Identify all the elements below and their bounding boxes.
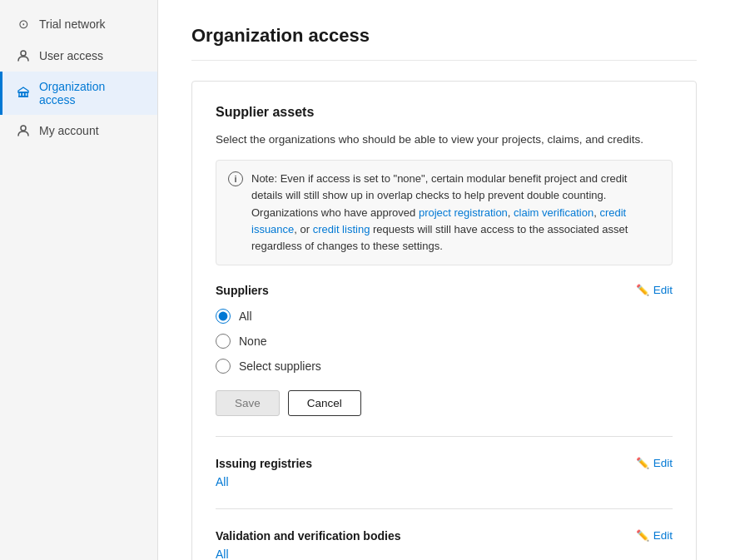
radio-select-text: Select suppliers — [239, 359, 321, 373]
edit-pencil-icon-3: ✏️ — [636, 529, 649, 542]
validation-label: Validation and verification bodies — [216, 529, 401, 543]
radio-select[interactable] — [216, 359, 231, 374]
radio-select-label[interactable]: Select suppliers — [216, 359, 673, 374]
issuing-registries-edit-label: Edit — [653, 457, 673, 469]
main-content: Organization access Supplier assets Sele… — [158, 0, 730, 560]
radio-all-label[interactable]: All — [216, 309, 673, 324]
note-box: i Note: Even if access is set to "none",… — [216, 160, 673, 265]
trial-network-icon: ⊙ — [16, 17, 31, 32]
sidebar: ⊙ Trial network User access Organization… — [0, 0, 158, 560]
svg-rect-2 — [25, 92, 27, 97]
sidebar-item-label: My account — [39, 124, 99, 137]
sidebar-item-organization-access[interactable]: Organization access — [0, 72, 157, 115]
svg-point-0 — [21, 51, 26, 56]
validation-edit-button[interactable]: ✏️ Edit — [636, 529, 673, 542]
note-text: Note: Even if access is set to "none", c… — [251, 171, 660, 255]
cancel-button[interactable]: Cancel — [288, 390, 361, 416]
my-account-icon — [16, 123, 31, 138]
validation-edit-label: Edit — [653, 529, 673, 542]
sidebar-item-label: User access — [39, 49, 103, 62]
sidebar-item-trial-network[interactable]: ⊙ Trial network — [0, 8, 157, 40]
radio-none-label[interactable]: None — [216, 334, 673, 349]
issuing-registries-value: All — [216, 475, 229, 488]
suppliers-edit-button[interactable]: ✏️ Edit — [636, 284, 673, 296]
sidebar-item-label: Trial network — [39, 17, 106, 31]
supplier-assets-title: Supplier assets — [216, 105, 673, 120]
suppliers-edit-label: Edit — [653, 284, 673, 296]
issuing-registries-edit-button[interactable]: ✏️ Edit — [636, 457, 673, 469]
suppliers-label: Suppliers — [216, 284, 269, 297]
radio-all-text: All — [239, 310, 252, 323]
svg-rect-3 — [22, 92, 24, 97]
sidebar-item-label: Organization access — [39, 80, 144, 107]
divider-2 — [216, 508, 673, 509]
divider-1 — [216, 436, 673, 437]
svg-rect-1 — [19, 92, 22, 97]
organization-access-icon — [16, 86, 31, 101]
page-title: Organization access — [191, 25, 697, 61]
edit-pencil-icon: ✏️ — [636, 284, 649, 296]
action-buttons: Save Cancel — [216, 390, 673, 416]
issuing-registries-row: Issuing registries ✏️ Edit — [216, 457, 673, 470]
radio-none[interactable] — [216, 334, 231, 349]
issuing-registries-section: Issuing registries ✏️ Edit All — [216, 457, 673, 488]
suppliers-row: Suppliers ✏️ Edit — [216, 284, 673, 297]
sidebar-item-user-access[interactable]: User access — [0, 40, 157, 72]
supplier-radio-group: All None Select suppliers — [216, 309, 673, 374]
validation-row: Validation and verification bodies ✏️ Ed… — [216, 529, 673, 543]
edit-pencil-icon-2: ✏️ — [636, 457, 649, 469]
radio-all[interactable] — [216, 309, 231, 324]
supplier-assets-description: Select the organizations who should be a… — [216, 131, 673, 148]
svg-point-5 — [21, 126, 26, 131]
organization-access-card: Supplier assets Select the organizations… — [191, 81, 697, 560]
issuing-registries-label: Issuing registries — [216, 457, 312, 470]
validation-value: All — [216, 548, 229, 560]
user-access-icon — [16, 48, 31, 63]
validation-section: Validation and verification bodies ✏️ Ed… — [216, 529, 673, 560]
info-icon: i — [228, 171, 243, 186]
supplier-assets-section: Supplier assets Select the organizations… — [216, 105, 673, 416]
radio-none-text: None — [239, 335, 266, 348]
sidebar-item-my-account[interactable]: My account — [0, 115, 157, 146]
save-button[interactable]: Save — [216, 390, 280, 416]
